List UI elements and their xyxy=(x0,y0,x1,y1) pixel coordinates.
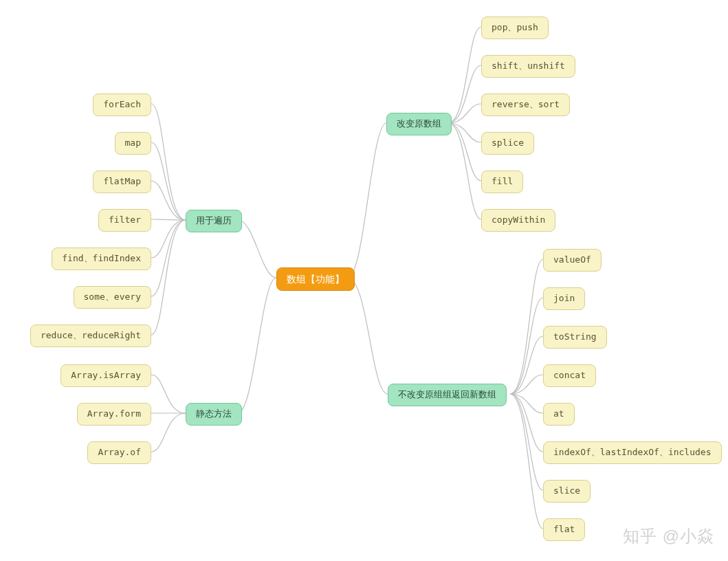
leaf-label: reduce、reduceRight xyxy=(41,330,141,340)
branch-nomutate[interactable]: 不改变原组组返回新数组 xyxy=(388,384,507,406)
watermark-text: 知乎 @小焱 xyxy=(623,527,714,545)
leaf-nomutate-1[interactable]: join xyxy=(543,287,585,310)
branch-iterate[interactable]: 用于遍历 xyxy=(186,210,242,232)
leaf-iterate-2[interactable]: flatMap xyxy=(93,170,151,193)
leaf-label: valueOf xyxy=(553,254,591,265)
leaf-label: shift、unshift xyxy=(492,60,565,71)
root-label: 数组【功能】 xyxy=(287,274,344,285)
leaf-label: slice xyxy=(553,485,580,496)
leaf-label: map xyxy=(125,138,141,148)
leaf-mutate-2[interactable]: reverse、sort xyxy=(481,94,570,116)
leaf-label: filter xyxy=(109,214,141,225)
leaf-iterate-1[interactable]: map xyxy=(115,132,151,155)
leaf-label: find、findIndex xyxy=(62,253,141,263)
leaf-label: some、every xyxy=(84,292,141,302)
leaf-mutate-1[interactable]: shift、unshift xyxy=(481,55,575,78)
connector-layer xyxy=(0,0,728,561)
leaf-label: reverse、sort xyxy=(492,99,560,109)
leaf-label: pop、push xyxy=(492,22,538,32)
leaf-label: flatMap xyxy=(103,176,141,186)
leaf-mutate-5[interactable]: copyWithin xyxy=(481,209,555,232)
leaf-label: indexOf、lastIndexOf、includes xyxy=(553,447,712,457)
leaf-static-0[interactable]: Array.isArray xyxy=(60,364,151,387)
leaf-label: at xyxy=(553,408,564,419)
leaf-label: fill xyxy=(492,176,513,186)
leaf-label: concat xyxy=(553,370,586,380)
leaf-label: Array.form xyxy=(87,408,141,419)
leaf-static-1[interactable]: Array.form xyxy=(77,403,151,426)
leaf-static-2[interactable]: Array.of xyxy=(87,441,151,464)
leaf-mutate-0[interactable]: pop、push xyxy=(481,16,549,39)
leaf-iterate-5[interactable]: some、every xyxy=(74,286,151,309)
branch-mutate[interactable]: 改变原数组 xyxy=(386,113,452,135)
leaf-iterate-6[interactable]: reduce、reduceRight xyxy=(30,324,151,347)
watermark: 知乎 @小焱 xyxy=(623,525,714,547)
branch-static-label: 静态方法 xyxy=(196,408,232,419)
leaf-label: splice xyxy=(492,138,524,148)
leaf-iterate-0[interactable]: forEach xyxy=(93,94,151,116)
leaf-mutate-4[interactable]: fill xyxy=(481,170,523,193)
leaf-mutate-3[interactable]: splice xyxy=(481,132,534,155)
leaf-nomutate-3[interactable]: concat xyxy=(543,364,596,387)
branch-iterate-label: 用于遍历 xyxy=(196,215,232,226)
branch-mutate-label: 改变原数组 xyxy=(397,118,441,129)
leaf-nomutate-5[interactable]: indexOf、lastIndexOf、includes xyxy=(543,441,722,464)
leaf-nomutate-6[interactable]: slice xyxy=(543,480,591,503)
leaf-label: forEach xyxy=(103,99,141,109)
branch-static[interactable]: 静态方法 xyxy=(186,403,242,426)
leaf-label: toString xyxy=(553,331,597,342)
leaf-label: join xyxy=(553,293,575,303)
leaf-label: Array.of xyxy=(98,447,141,457)
leaf-label: flat xyxy=(553,524,575,534)
leaf-nomutate-0[interactable]: valueOf xyxy=(543,249,602,272)
root-node[interactable]: 数组【功能】 xyxy=(276,267,355,291)
branch-nomutate-label: 不改变原组组返回新数组 xyxy=(398,389,496,399)
leaf-label: Array.isArray xyxy=(71,370,141,380)
leaf-iterate-3[interactable]: filter xyxy=(98,209,151,232)
leaf-nomutate-2[interactable]: toString xyxy=(543,326,607,349)
leaf-nomutate-7[interactable]: flat xyxy=(543,518,585,541)
leaf-label: copyWithin xyxy=(492,214,545,225)
leaf-nomutate-4[interactable]: at xyxy=(543,403,575,426)
leaf-iterate-4[interactable]: find、findIndex xyxy=(52,248,151,270)
